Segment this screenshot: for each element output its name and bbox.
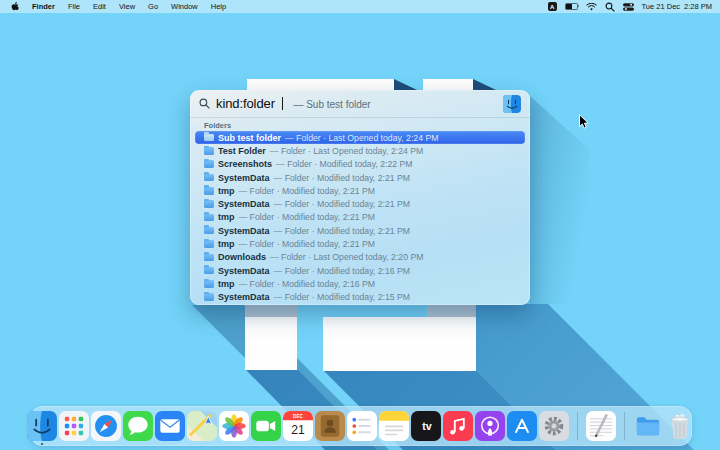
menu-bar-clock[interactable]: Tue 21 Dec 2:28 PM: [642, 2, 712, 11]
dock-icon-trash[interactable]: [665, 411, 695, 441]
dock-divider: [577, 412, 578, 440]
result-row[interactable]: SystemData— Folder · Modified today, 2:2…: [195, 197, 525, 210]
battery-icon[interactable]: [565, 3, 578, 11]
calendar-day: 21: [291, 423, 305, 437]
folder-icon: [204, 174, 214, 182]
spotlight-search-bar[interactable]: kind:folder — Sub test folder: [190, 90, 530, 117]
result-row[interactable]: SystemData— Folder · Modified today, 2:1…: [195, 291, 525, 304]
dock-icon-facetime[interactable]: [251, 411, 281, 441]
apple-menu[interactable]: [11, 2, 19, 11]
input-source-icon[interactable]: A: [548, 2, 557, 11]
folder-icon: [204, 160, 214, 168]
result-row[interactable]: Test Folder— Folder · Last Opened today,…: [195, 144, 525, 157]
dock-icon-podcasts[interactable]: [475, 411, 505, 441]
result-name: SystemData: [218, 173, 270, 183]
window-shadow-triangle: [473, 79, 496, 90]
spotlight-menu-icon[interactable]: [605, 2, 615, 12]
dock-icon-contacts[interactable]: [315, 411, 345, 441]
folder-icon: [204, 200, 214, 208]
result-name: tmp: [218, 279, 235, 289]
result-row[interactable]: SystemData— Folder · Modified today, 2:2…: [195, 224, 525, 237]
result-row[interactable]: Screenshots— Folder · Modified today, 2:…: [195, 158, 525, 171]
menu-view[interactable]: View: [119, 2, 135, 11]
dock-icon-messages[interactable]: [123, 411, 153, 441]
tv-label: tv: [422, 420, 432, 432]
result-name: tmp: [218, 186, 235, 196]
dock-icon-tv[interactable]: tv: [411, 411, 441, 441]
background-window[interactable]: [323, 317, 476, 371]
mouse-cursor: [579, 114, 589, 129]
control-center-icon[interactable]: [623, 3, 634, 11]
downloads-folder-icon: [204, 254, 214, 262]
menu-finder[interactable]: Finder: [32, 2, 55, 11]
background-window-shaded: [245, 304, 297, 317]
dock-icon-photos[interactable]: [219, 411, 249, 441]
result-row[interactable]: tmp— Folder · Modified today, 2:21 PM: [195, 237, 525, 250]
result-row[interactable]: tmp— Folder · Modified today, 2:21 PM: [195, 184, 525, 197]
result-name: SystemData: [218, 266, 270, 276]
background-window[interactable]: [245, 317, 297, 370]
result-row[interactable]: Downloads— Folder · Last Opened today, 2…: [195, 251, 525, 264]
wifi-icon[interactable]: [586, 3, 597, 11]
menu-help[interactable]: Help: [211, 2, 226, 11]
menu-go[interactable]: Go: [148, 2, 158, 11]
result-detail: — Folder · Last Opened today, 2:20 PM: [270, 252, 423, 262]
result-row[interactable]: tmp— Folder · Modified today, 2:21 PM: [195, 211, 525, 224]
finder-app-icon[interactable]: [503, 95, 521, 113]
result-row[interactable]: SystemData— Folder · Modified today, 2:2…: [195, 171, 525, 184]
dock-icon-launchpad[interactable]: [59, 411, 89, 441]
menu-bar-time: 2:28 PM: [684, 2, 712, 11]
result-name: SystemData: [218, 292, 270, 302]
text-caret: [282, 97, 284, 110]
folder-icon: [204, 147, 214, 155]
folder-icon: [204, 187, 214, 195]
result-name: Downloads: [218, 252, 266, 262]
result-row[interactable]: tmp— Folder · Modified today, 2:16 PM: [195, 277, 525, 290]
result-detail: — Folder · Modified today, 2:21 PM: [274, 226, 410, 236]
result-detail: — Folder · Modified today, 2:21 PM: [239, 186, 375, 196]
dock-divider: [624, 412, 625, 440]
dock-icon-maps[interactable]: [187, 411, 217, 441]
result-detail: — Folder · Modified today, 2:22 PM: [276, 159, 412, 169]
dock-icon-safari[interactable]: [91, 411, 121, 441]
folder-icon: [204, 134, 214, 142]
result-name: SystemData: [218, 226, 270, 236]
window-shadow-triangle: [394, 79, 417, 90]
dock-icon-finder[interactable]: [27, 411, 57, 441]
calendar-month: DEC: [293, 414, 303, 419]
folder-icon: [204, 227, 214, 235]
folder-icon: [204, 293, 214, 301]
result-name: tmp: [218, 239, 235, 249]
result-name: Screenshots: [218, 159, 272, 169]
menu-edit[interactable]: Edit: [93, 2, 106, 11]
result-detail: — Folder · Last Opened today, 2:24 PM: [285, 133, 438, 143]
search-input[interactable]: kind:folder: [216, 96, 275, 111]
result-detail: — Folder · Modified today, 2:21 PM: [239, 239, 375, 249]
folder-icon: [204, 214, 214, 222]
search-icon: [199, 98, 210, 109]
result-name: Sub test folder: [218, 133, 281, 143]
folder-icon: [204, 240, 214, 248]
dock-icon-downloads-folder[interactable]: [633, 411, 663, 441]
background-window[interactable]: [423, 79, 473, 90]
result-row-selected[interactable]: Sub test folder— Folder · Last Opened to…: [195, 131, 525, 144]
menu-file[interactable]: File: [68, 2, 80, 11]
dock-icon-textedit[interactable]: [586, 411, 616, 441]
dock-icon-music[interactable]: [443, 411, 473, 441]
dock-icon-system-settings[interactable]: [539, 411, 569, 441]
search-completion: — Sub test folder: [293, 99, 370, 110]
dock-icon-app-store[interactable]: [507, 411, 537, 441]
dock-icon-notes[interactable]: [379, 411, 409, 441]
result-name: Test Folder: [218, 146, 266, 156]
menu-bar-date: Tue 21 Dec: [642, 2, 681, 11]
background-window[interactable]: [247, 79, 394, 90]
folder-icon: [204, 267, 214, 275]
dock-icon-mail[interactable]: [155, 411, 185, 441]
dock-icon-calendar[interactable]: DEC21: [283, 411, 313, 441]
menu-window[interactable]: Window: [171, 2, 198, 11]
result-detail: — Folder · Modified today, 2:21 PM: [274, 173, 410, 183]
result-row[interactable]: SystemData— Folder · Modified today, 2:1…: [195, 264, 525, 277]
dock-icon-reminders[interactable]: [347, 411, 377, 441]
folder-icon: [204, 280, 214, 288]
results-list: Sub test folder— Folder · Last Opened to…: [190, 131, 530, 304]
